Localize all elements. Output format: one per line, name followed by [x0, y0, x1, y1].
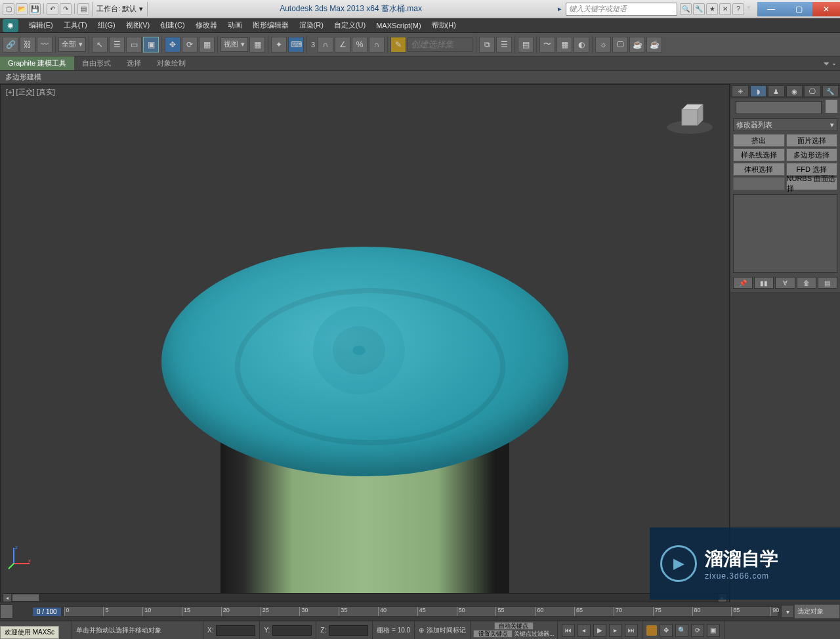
create-tab-icon[interactable]: ✳ — [732, 85, 749, 97]
modify-tab-icon[interactable]: ◗ — [750, 85, 767, 97]
viewcube[interactable] — [663, 98, 716, 137]
make-unique-icon[interactable]: ∀ — [775, 277, 795, 289]
timeline-chevron-down-icon[interactable]: ▾ — [781, 605, 794, 618]
select-scale-icon[interactable]: ▦ — [199, 37, 215, 52]
bind-space-warp-icon[interactable]: 〰 — [37, 37, 52, 52]
patch-select-button[interactable]: 面片选择 — [786, 134, 838, 147]
render-frame-icon[interactable]: 🖵 — [612, 37, 628, 52]
app-icon[interactable]: ◉ — [3, 19, 18, 32]
pin-stack-icon[interactable]: 📌 — [733, 277, 753, 289]
ribbon-expand-icon[interactable]: ⏷ ▾ — [819, 58, 840, 69]
zoom-icon[interactable]: 🔍 — [675, 624, 688, 637]
angle-snap-icon[interactable]: ∠ — [335, 37, 350, 52]
selection-filter-dropdown[interactable]: 全部▾ — [58, 37, 86, 52]
mirror-icon[interactable]: ⧉ — [479, 37, 495, 52]
layers-icon[interactable]: ▤ — [518, 37, 534, 52]
pan-icon[interactable]: ✥ — [660, 624, 673, 637]
modifier-list-dropdown[interactable]: 修改器列表▾ — [733, 118, 837, 131]
configure-sets-icon[interactable]: ▤ — [818, 277, 837, 289]
undo-icon[interactable]: ↶ — [47, 3, 58, 15]
select-region-icon[interactable]: ▭ — [126, 37, 142, 52]
search-icon[interactable]: 🔍 — [680, 3, 692, 15]
tab-freeform[interactable]: 自由形式 — [74, 56, 119, 70]
redo-icon[interactable]: ↷ — [60, 3, 72, 15]
unlink-icon[interactable]: ⛓ — [20, 37, 35, 52]
edit-named-selection-icon[interactable]: ✎ — [390, 37, 406, 52]
hierarchy-tab-icon[interactable]: ♟ — [768, 85, 785, 97]
spinner-snap-icon[interactable]: ∩ — [369, 37, 385, 52]
object-name-input[interactable] — [736, 101, 822, 114]
next-frame-icon[interactable]: ▸ — [609, 624, 622, 637]
motion-tab-icon[interactable]: ◉ — [786, 85, 803, 97]
remove-modifier-icon[interactable]: 🗑 — [797, 277, 816, 289]
selected-objects-dropdown[interactable]: 选定对象 — [794, 604, 840, 619]
named-selection-input[interactable] — [408, 37, 473, 52]
help-search-input[interactable]: 键入关键字或短语 — [566, 3, 677, 16]
select-rotate-icon[interactable]: ⟳ — [182, 37, 198, 52]
menu-rendering[interactable]: 渲染(R) — [294, 19, 329, 31]
project-icon[interactable]: ▤ — [77, 3, 89, 15]
tab-object-paint[interactable]: 对象绘制 — [149, 56, 194, 70]
menu-edit[interactable]: 编辑(E) — [24, 19, 58, 31]
scroll-left-icon[interactable]: ◂ — [3, 594, 11, 602]
menu-view[interactable]: 视图(V) — [121, 19, 156, 31]
key-filter-label[interactable]: 关键点过滤器... — [514, 630, 555, 638]
spline-select-button[interactable]: 样条线选择 — [733, 148, 785, 161]
tab-graphite[interactable]: Graphite 建模工具 — [0, 56, 74, 70]
align-icon[interactable]: ☰ — [496, 37, 512, 52]
key-icon[interactable]: 🔧 — [693, 3, 705, 15]
orbit-icon[interactable]: ⟳ — [691, 624, 704, 637]
auto-key-button[interactable]: 自动关键点 — [494, 622, 534, 630]
axis-gizmo[interactable]: z x — [7, 544, 33, 570]
viewport-scrollbar-h[interactable]: ◂ ▸ — [3, 593, 727, 602]
timeline-ruler[interactable]: 0 5 10 15 20 25 30 35 40 45 50 55 60 65 … — [64, 606, 778, 617]
save-file-icon[interactable]: 💾 — [29, 3, 41, 15]
time-slider-handle[interactable] — [0, 604, 13, 619]
open-file-icon[interactable]: 📂 — [16, 3, 28, 15]
ribbon-panel-label[interactable]: 多边形建模 — [0, 71, 840, 84]
vol-select-button[interactable]: 体积选择 — [733, 163, 785, 176]
favorite-icon[interactable]: ★ — [706, 3, 718, 15]
minimize-button[interactable]: — — [757, 2, 785, 16]
menu-create[interactable]: 创建(C) — [155, 19, 190, 31]
viewport-label[interactable]: [+] [正交] [真实] — [6, 87, 55, 97]
select-move-icon[interactable]: ✥ — [165, 37, 180, 52]
x-input[interactable] — [216, 625, 255, 636]
use-center-icon[interactable]: ▦ — [249, 37, 265, 52]
frame-indicator[interactable]: 0 / 100 — [33, 608, 61, 616]
utilities-tab-icon[interactable]: 🔧 — [822, 85, 839, 97]
render-icon[interactable]: ☕ — [629, 37, 645, 52]
new-file-icon[interactable]: ▢ — [3, 3, 14, 15]
render-production-icon[interactable]: ☕ — [646, 37, 662, 52]
menu-modifiers[interactable]: 修改器 — [190, 19, 222, 31]
maximize-viewport-icon[interactable]: ▣ — [707, 624, 720, 637]
time-tag[interactable]: ⊕添加时间标记 — [415, 621, 471, 639]
display-tab-icon[interactable]: 🖵 — [804, 85, 821, 97]
link-icon[interactable]: 🔗 — [3, 37, 18, 52]
z-input[interactable] — [329, 625, 368, 636]
select-object-icon[interactable]: ↖ — [92, 37, 108, 52]
window-crossing-icon[interactable]: ▣ — [143, 37, 159, 52]
prev-frame-icon[interactable]: ◂ — [578, 624, 591, 637]
snap-toggle-icon[interactable]: ∩ — [318, 37, 333, 52]
percent-snap-icon[interactable]: % — [352, 37, 368, 52]
show-end-result-icon[interactable]: ▮▮ — [754, 277, 774, 289]
menu-maxscript[interactable]: MAXScript(M) — [371, 20, 426, 31]
manipulate-icon[interactable]: ✦ — [271, 37, 287, 52]
set-key-button[interactable]: 设置关键点 — [473, 630, 513, 638]
object-color-swatch[interactable] — [826, 100, 837, 113]
y-input[interactable] — [272, 625, 312, 636]
schematic-view-icon[interactable]: ▦ — [556, 37, 572, 52]
material-editor-icon[interactable]: ◐ — [574, 37, 589, 52]
menu-customize[interactable]: 自定义(U) — [329, 19, 371, 31]
select-by-name-icon[interactable]: ☰ — [109, 37, 125, 52]
menu-graph-editors[interactable]: 图形编辑器 — [247, 19, 294, 31]
extrude-button[interactable]: 挤出 — [733, 134, 785, 147]
exchange-icon[interactable]: ✕ — [719, 3, 731, 15]
menu-help[interactable]: 帮助(H) — [427, 19, 461, 31]
help-icon[interactable]: ? — [732, 3, 744, 15]
keyboard-shortcut-icon[interactable]: ⌨ — [288, 37, 304, 52]
render-setup-icon[interactable]: ☼ — [595, 37, 611, 52]
close-button[interactable]: ✕ — [812, 2, 840, 16]
maximize-button[interactable]: ▢ — [785, 2, 812, 16]
